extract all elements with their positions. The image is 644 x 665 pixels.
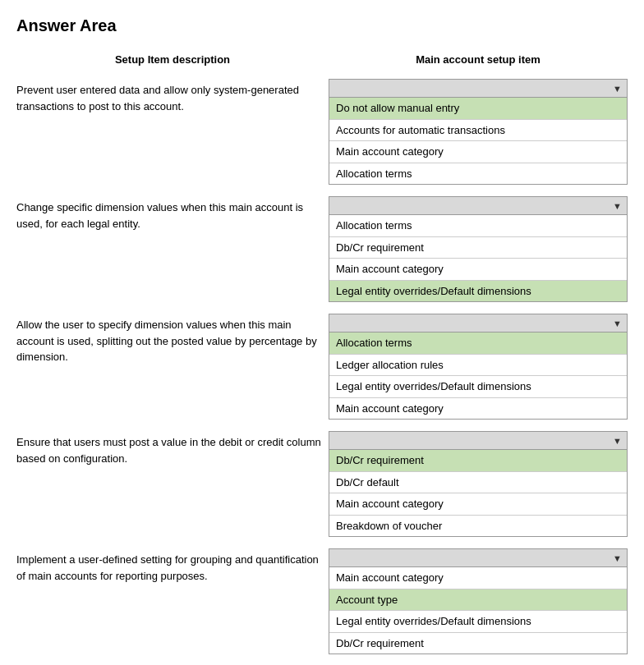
option-4-3[interactable]: Main account category (329, 493, 627, 516)
row-5: Implement a user-defined setting for gro… (16, 548, 628, 654)
dropdown-header-1[interactable]: ▼ (329, 80, 627, 98)
dropdown-3[interactable]: ▼Allocation termsLedger allocation rules… (329, 314, 628, 420)
option-4-4[interactable]: Breakdown of voucher (329, 516, 627, 537)
option-5-2[interactable]: Account type (329, 589, 627, 612)
dropdown-header-4[interactable]: ▼ (329, 432, 627, 450)
option-3-2[interactable]: Ledger allocation rules (329, 355, 627, 377)
description-2: Change specific dimension values when th… (16, 196, 329, 235)
dropdown-2[interactable]: ▼Allocation termsDb/Cr requirementMain a… (329, 196, 628, 302)
page-title: Answer Area (16, 16, 628, 35)
chevron-down-icon[interactable]: ▼ (613, 553, 622, 563)
description-4: Ensure that users must post a value in t… (16, 431, 329, 470)
chevron-down-icon[interactable]: ▼ (613, 201, 622, 211)
description-5: Implement a user-defined setting for gro… (16, 548, 329, 587)
dropdown-header-3[interactable]: ▼ (329, 314, 627, 332)
option-4-1[interactable]: Db/Cr requirement (329, 450, 627, 472)
dropdown-header-5[interactable]: ▼ (329, 549, 627, 567)
option-5-4[interactable]: Db/Cr requirement (329, 633, 627, 654)
left-column-header: Setup Item description (16, 50, 329, 71)
column-headers: Setup Item description Main account setu… (16, 50, 628, 71)
option-2-1[interactable]: Allocation terms (329, 215, 627, 237)
description-1: Prevent user entered data and allow only… (16, 79, 329, 117)
option-2-3[interactable]: Main account category (329, 259, 627, 281)
option-4-2[interactable]: Db/Cr default (329, 472, 627, 494)
option-2-4[interactable]: Legal entity overrides/Default dimension… (329, 281, 627, 302)
chevron-down-icon[interactable]: ▼ (613, 319, 622, 328)
row-2: Change specific dimension values when th… (16, 196, 628, 302)
option-5-3[interactable]: Legal entity overrides/Default dimension… (329, 611, 627, 633)
option-3-3[interactable]: Legal entity overrides/Default dimension… (329, 376, 627, 398)
option-5-1[interactable]: Main account category (329, 567, 627, 589)
row-4: Ensure that users must post a value in t… (16, 431, 628, 537)
option-1-3[interactable]: Main account category (329, 141, 627, 163)
option-1-1[interactable]: Do not allow manual entry (329, 98, 627, 120)
description-3: Allow the user to specify dimension valu… (16, 314, 329, 369)
option-1-4[interactable]: Allocation terms (329, 163, 627, 185)
chevron-down-icon[interactable]: ▼ (613, 84, 622, 94)
row-3: Allow the user to specify dimension valu… (16, 314, 628, 420)
right-column-header: Main account setup item (329, 50, 628, 71)
dropdown-4[interactable]: ▼Db/Cr requirementDb/Cr defaultMain acco… (329, 431, 628, 537)
row-1: Prevent user entered data and allow only… (16, 79, 628, 185)
option-3-1[interactable]: Allocation terms (329, 332, 627, 355)
dropdown-1[interactable]: ▼Do not allow manual entryAccounts for a… (329, 79, 628, 185)
dropdown-5[interactable]: ▼Main account categoryAccount typeLegal … (329, 548, 628, 654)
option-3-4[interactable]: Main account category (329, 398, 627, 420)
dropdown-header-2[interactable]: ▼ (329, 197, 627, 215)
option-2-2[interactable]: Db/Cr requirement (329, 237, 627, 259)
answer-area: Prevent user entered data and allow only… (16, 79, 628, 654)
option-1-2[interactable]: Accounts for automatic transactions (329, 120, 627, 142)
chevron-down-icon[interactable]: ▼ (613, 436, 622, 446)
